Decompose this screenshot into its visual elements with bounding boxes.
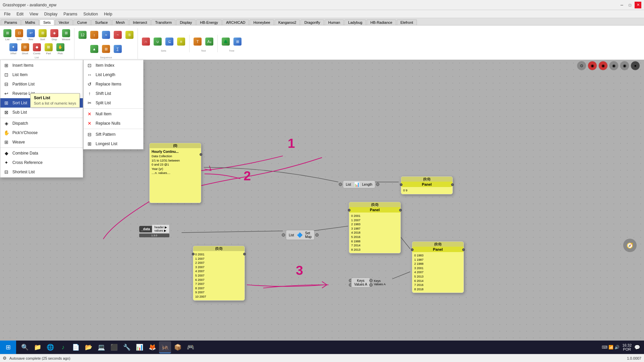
menu-item-partition-list[interactable]: ⊟ Partition List <box>0 79 83 89</box>
panel1-title[interactable]: Panel <box>401 182 452 187</box>
taskbar-app1[interactable]: 🔧 <box>121 341 133 353</box>
menu-item-cross-reference[interactable]: ✦ Cross Reference <box>0 158 83 167</box>
list-length-component[interactable]: List 📊 Length <box>339 180 379 188</box>
panel2-out-port[interactable] <box>399 209 402 212</box>
tab-mesh[interactable]: Mesh <box>112 19 128 25</box>
menu-edit[interactable]: Edit <box>14 11 26 17</box>
view-btn-3[interactable]: ◉ <box>598 61 608 70</box>
submenu-item-sift[interactable]: ⊟ Sift Pattern <box>84 130 143 139</box>
taskbar-app4[interactable]: 🎮 <box>184 341 197 353</box>
tab-params[interactable]: Params <box>1 19 21 25</box>
sort-values-out[interactable] <box>369 283 373 287</box>
years-node[interactable]: (0;0) 0 20011 20072 20073 2007 4 20075 2… <box>193 246 245 301</box>
menu-item-weave[interactable]: ⊞ Weave <box>0 137 83 147</box>
taskbar-app2[interactable]: 📊 <box>133 341 146 353</box>
set-map-in-port[interactable] <box>282 233 285 237</box>
close-button[interactable]: ✕ <box>635 2 641 8</box>
taskbar-app3[interactable]: 📦 <box>172 341 184 353</box>
taskbar-file[interactable]: 📄 <box>70 341 82 353</box>
panel3-node[interactable]: (0;0) Panel 0 19831 19872 19883 2001 4 2… <box>412 241 464 293</box>
item-icon[interactable]: ⊡ Item <box>14 28 24 42</box>
maximize-button[interactable]: □ <box>627 2 633 8</box>
combine-icon[interactable]: ◆ Comb <box>32 42 42 56</box>
pick-icon[interactable]: ✋ Pick <box>55 42 66 56</box>
submenu-item-null[interactable]: ✕ Null Item <box>84 109 143 119</box>
submenu-item-split[interactable]: ✂ Split List <box>84 98 143 108</box>
hourly-port-out[interactable] <box>200 153 202 156</box>
menu-item-list-item[interactable]: ⊡ List Item <box>0 70 83 79</box>
menu-help[interactable]: Help <box>101 11 115 17</box>
tab-maths[interactable]: Maths <box>21 19 39 25</box>
tab-display[interactable]: Display <box>176 19 196 25</box>
seq3-icon[interactable]: ≈ <box>101 28 111 42</box>
submenu-item-length[interactable]: ↔ List Length <box>84 70 143 79</box>
partition-icon[interactable]: ⊠ Part <box>43 42 54 56</box>
submenu-item-longest[interactable]: ⊞ Longest List <box>84 139 143 148</box>
panel1-out-port[interactable] <box>451 183 454 186</box>
tab-curve[interactable]: Curve <box>73 19 91 25</box>
sets4-icon[interactable]: ≡ <box>176 35 186 48</box>
tab-ladybug[interactable]: Ladybug <box>344 19 366 25</box>
panel3-out-port[interactable] <box>462 248 465 251</box>
tab-kangaroo[interactable]: Kangaroo2 <box>275 19 300 25</box>
panel2-node[interactable]: (0;0) Panel 0 20011 20072 19833 1987 4 2… <box>349 202 401 253</box>
view-btn-5[interactable]: ◉ <box>620 61 629 70</box>
taskbar-gh[interactable]: 🦗 <box>159 341 171 353</box>
taskbar-spotify[interactable]: ♪ <box>57 341 69 353</box>
panel1-in-port[interactable] <box>400 183 402 186</box>
panel2-title[interactable]: Panel <box>349 207 400 213</box>
panel2-in-port[interactable] <box>348 209 351 212</box>
tree2-icon[interactable]: ⊞ <box>232 35 243 48</box>
sets1-icon[interactable]: ∩ <box>141 35 151 48</box>
view-btn-6[interactable]: ● <box>631 61 640 70</box>
seq6-icon[interactable]: ▲ <box>89 42 100 56</box>
hourly-data-node[interactable]: (0) Hourly Continu... Data Collection 1/… <box>149 143 201 203</box>
list-length-in-port[interactable] <box>339 183 342 186</box>
tab-hb-energy[interactable]: HB-Energy <box>196 19 222 25</box>
menu-item-dispatch[interactable]: ◈ Dispatch <box>0 119 83 128</box>
reverse-icon[interactable]: ↩ Rev <box>25 28 36 42</box>
text2-icon[interactable]: A₂ <box>204 35 215 48</box>
dispatch-icon[interactable]: ◈ Disp <box>49 28 60 42</box>
seq1-icon[interactable]: 12 <box>77 28 88 42</box>
set-map-out-port[interactable] <box>315 233 319 237</box>
menu-item-shortest-list[interactable]: ⊟ Shortest List <box>0 167 83 177</box>
taskbar-edge[interactable]: 🌐 <box>44 341 56 353</box>
taskbar-explorer[interactable]: 📁 <box>32 341 44 353</box>
menu-item-combine-data[interactable]: ◆ Combine Data <box>0 148 83 158</box>
view-btn-2[interactable]: ◉ <box>588 61 597 70</box>
shortest-icon[interactable]: ⊟ Short <box>20 42 31 56</box>
sort-icon[interactable]: ⊞ Sort <box>37 28 48 42</box>
start-button[interactable]: ⊞ <box>0 341 16 354</box>
tab-honeybee[interactable]: Honeybee <box>250 19 274 25</box>
weave-icon[interactable]: ⊞ Weave <box>61 28 71 42</box>
tab-dragonfly[interactable]: Dragonfly <box>301 19 324 25</box>
submenu-item-shift[interactable]: ↑ Shift List <box>84 89 143 98</box>
tab-intersect[interactable]: Intersect <box>129 19 151 25</box>
submenu-item-replace-nulls[interactable]: ✕ Replace Nulls <box>84 119 143 128</box>
seq5-icon[interactable]: ⑤ <box>124 28 135 42</box>
panel3-in-port[interactable] <box>411 248 414 251</box>
minimize-button[interactable]: ─ <box>619 2 625 8</box>
submenu-item-index[interactable]: ⊡ Item Index <box>84 61 143 70</box>
taskbar-term[interactable]: ⬛ <box>108 341 120 353</box>
menu-item-insert-items[interactable]: ⊞ Insert Items <box>0 61 83 70</box>
tab-surface[interactable]: Surface <box>91 19 111 25</box>
sort-keys-out[interactable] <box>369 279 373 282</box>
seq4-icon[interactable]: ~ <box>112 28 123 42</box>
tab-elefront[interactable]: Elefront <box>397 19 417 25</box>
menu-params[interactable]: Params <box>61 11 80 17</box>
seq7-icon[interactable]: ⊞ <box>101 42 111 56</box>
tab-vector[interactable]: Vector <box>55 19 73 25</box>
tab-hb-radiance[interactable]: HB-Radiance <box>367 19 396 25</box>
set-map-component[interactable]: List 🔷 SetMap <box>282 230 319 240</box>
menu-view[interactable]: View <box>27 11 41 17</box>
compass[interactable]: 🧭 <box>623 239 637 252</box>
list-icon[interactable]: ⊞ List <box>2 28 13 42</box>
taskbar-browser[interactable]: 🦊 <box>146 341 158 353</box>
menu-display[interactable]: Display <box>42 11 60 17</box>
sort-component[interactable]: Keys Values A Keys Values A <box>349 278 386 288</box>
tab-human[interactable]: Human <box>325 19 344 25</box>
data-component[interactable]: _data header ▶ values ▶ 1.3.0 <box>139 225 169 237</box>
seq2-icon[interactable]: ↕ <box>89 28 100 42</box>
